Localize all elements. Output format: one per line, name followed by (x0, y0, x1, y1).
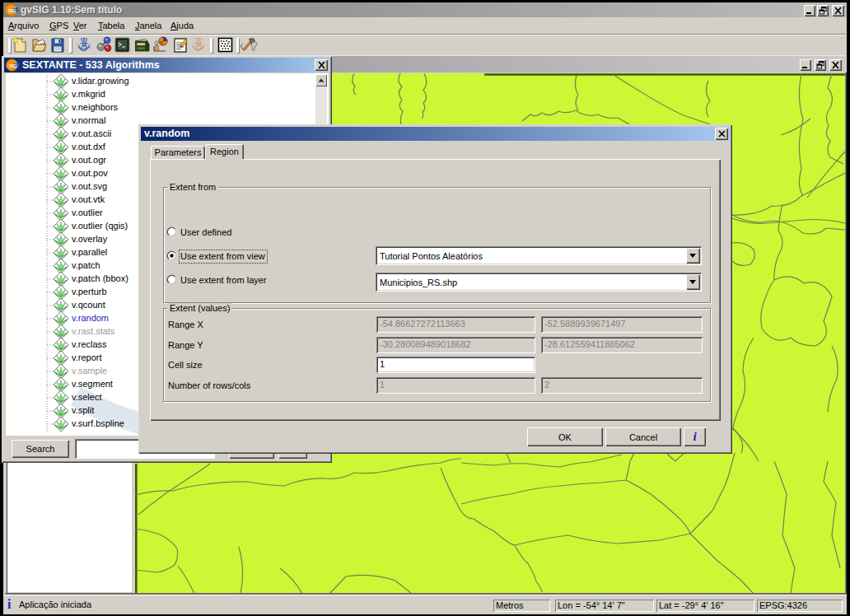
svg-text:SIG: SIG (9, 63, 16, 68)
svg-text:SIG: SIG (8, 8, 16, 13)
